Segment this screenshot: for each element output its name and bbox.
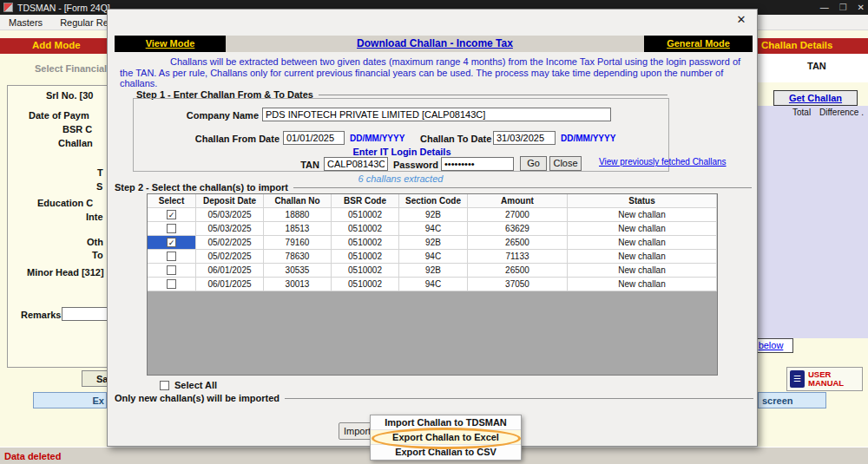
manual-book-icon: ☰ (790, 370, 805, 388)
challan-details-button[interactable]: Challan Details (761, 40, 832, 50)
menu-item-export-csv[interactable]: Export Challan to CSV (371, 445, 521, 460)
password-input[interactable] (441, 157, 514, 171)
dialog-close-icon[interactable]: ✕ (734, 13, 748, 27)
table-row[interactable]: ✓05/03/202518880051000292B27000New chall… (148, 208, 717, 222)
select-cell[interactable]: ✓ (148, 208, 196, 222)
row-checkbox[interactable] (167, 252, 176, 261)
get-challan-button[interactable]: Get Challan (773, 90, 858, 106)
challan-table-rows: ✓05/03/202518880051000292B27000New chall… (148, 208, 717, 291)
header-deposit-date: Deposit Date (196, 194, 264, 208)
view-fetched-challans-link[interactable]: View previously fetched Challans (599, 157, 727, 167)
challan-from-date-input[interactable] (283, 131, 345, 145)
user-manual-label-2: MANUAL (808, 378, 844, 388)
cell-amount: 27000 (468, 208, 568, 222)
cell-bsr-code: 0510002 (332, 278, 399, 291)
menu-item-masters[interactable]: Masters (0, 17, 51, 28)
import-export-context-menu: Import Challan to TDSMAN Export Challan … (370, 415, 522, 461)
tan-label-right: TAN (807, 61, 826, 71)
close-button[interactable]: ✕ (858, 3, 865, 12)
tab-view-mode[interactable]: View Mode (115, 36, 226, 52)
step2-divider (293, 187, 752, 188)
table-row[interactable]: 05/02/202578630051000294C71133New challa… (148, 250, 717, 264)
cell-challan-no: 18880 (264, 208, 332, 222)
cell-challan-no: 78630 (264, 250, 332, 264)
cell-section-code: 94C (399, 278, 468, 291)
header-amount: Amount (468, 194, 568, 208)
app-icon (3, 3, 13, 12)
to-date-format-label: DD/MM/YYYY (561, 134, 615, 143)
add-mode-button[interactable]: Add Mode (32, 40, 81, 50)
user-manual-button[interactable]: ☰ USER MANUAL (786, 367, 863, 391)
dialog-tabrow: View Mode Download Challan - Income Tax … (115, 36, 753, 52)
minimize-button[interactable]: — (820, 3, 829, 12)
go-button[interactable]: Go (520, 156, 547, 171)
row-checkbox[interactable] (167, 265, 176, 275)
cell-amount: 26500 (468, 236, 568, 250)
header-bsr-code: BSR Code (332, 194, 399, 208)
cell-amount: 37050 (468, 278, 568, 291)
select-cell[interactable] (148, 264, 196, 278)
tds-label: T (97, 167, 103, 178)
from-date-format-label: DD/MM/YYYY (350, 134, 404, 143)
cell-challan-no: 30013 (264, 278, 332, 291)
cell-section-code: 92B (399, 264, 468, 278)
table-row[interactable]: ✓05/02/202579160051000292B26500New chall… (148, 236, 717, 250)
challan-from-date-label: Challan From Date (177, 134, 279, 144)
challan-table-header: Select Deposit Date Challan No BSR Code … (148, 194, 717, 208)
row-checkbox[interactable] (167, 224, 176, 233)
header-select: Select (148, 194, 196, 208)
select-cell[interactable] (148, 250, 196, 264)
cell-deposit-date: 06/01/2025 (196, 264, 264, 278)
below-link[interactable]: below (759, 340, 784, 350)
screen-button[interactable]: screen (758, 392, 826, 408)
row-checkbox[interactable]: ✓ (167, 210, 176, 219)
cell-section-code: 92B (399, 236, 468, 250)
challan-to-date-label: Challan To Date (420, 134, 490, 144)
cell-challan-no: 79160 (264, 236, 332, 250)
select-cell[interactable]: ✓ (148, 236, 196, 250)
tan-input[interactable] (324, 157, 388, 171)
table-row[interactable]: 06/01/202530013051000294C37050New challa… (148, 278, 717, 291)
menu-item-import-tdsman[interactable]: Import Challan to TDSMAN (371, 415, 521, 430)
others-label: Oth (87, 237, 103, 247)
maximize-button[interactable]: ❐ (839, 3, 847, 12)
header-section-code: Section Code (399, 194, 468, 208)
table-row[interactable]: 05/03/202518513051000294C63629New challa… (148, 222, 717, 236)
cell-section-code: 94C (399, 250, 468, 264)
tan-label: TAN (290, 160, 319, 170)
exit-button[interactable]: Ex (33, 392, 107, 408)
select-all-row[interactable]: Select All (160, 380, 217, 390)
cell-deposit-date: 06/01/2025 (196, 278, 264, 291)
select-financial-label: Select Financial (35, 63, 107, 74)
cell-deposit-date: 05/03/2025 (196, 222, 264, 236)
select-cell[interactable] (148, 222, 196, 236)
education-cess-label: Education C (37, 198, 93, 208)
import-note: Only new challan(s) will be imported (115, 393, 279, 403)
cell-deposit-date: 05/02/2025 (196, 236, 264, 250)
dialog-title: Download Challan - Income Tax (226, 36, 644, 52)
table-row[interactable]: 06/01/202530535051000292B26500New challa… (148, 264, 717, 278)
tab-general-mode[interactable]: General Mode (644, 36, 753, 52)
total-label-left: To (92, 250, 103, 260)
menu-item-export-excel[interactable]: Export Challan to Excel (371, 430, 521, 445)
close-login-button[interactable]: Close (549, 156, 582, 171)
step2-title: Step 2 - Select the challan(s) to import (115, 182, 288, 193)
bsr-code-label: BSR C (62, 124, 92, 134)
cell-amount: 26500 (468, 264, 568, 278)
select-cell[interactable] (148, 278, 196, 291)
cell-status: New challan (568, 264, 717, 278)
row-checkbox[interactable] (167, 279, 176, 289)
download-challan-dialog: ✕ View Mode Download Challan - Income Ta… (107, 9, 758, 447)
row-checkbox[interactable]: ✓ (167, 238, 176, 247)
company-name-input[interactable] (262, 108, 611, 121)
challan-to-date-input[interactable] (493, 131, 556, 145)
cell-status: New challan (568, 208, 717, 222)
header-challan-no: Challan No (264, 194, 332, 208)
cell-bsr-code: 0510002 (332, 222, 399, 236)
select-all-checkbox[interactable] (160, 381, 169, 390)
surcharge-label: S (96, 181, 102, 192)
cell-bsr-code: 0510002 (332, 250, 399, 264)
challan-list-panel (758, 106, 868, 338)
import-note-divider (285, 398, 753, 399)
cell-section-code: 94C (399, 222, 468, 236)
